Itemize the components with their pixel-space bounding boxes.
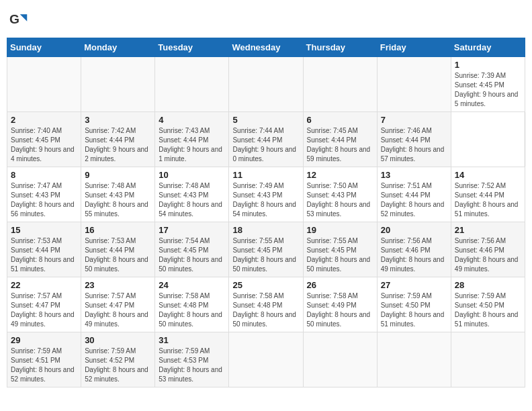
day-number: 1 xyxy=(455,60,521,70)
calendar-day-header: Saturday xyxy=(451,38,525,57)
calendar-cell xyxy=(81,57,155,112)
day-info: Sunrise: 7:55 AMSunset: 4:45 PMDaylight:… xyxy=(232,236,299,274)
day-info: Sunrise: 7:47 AMSunset: 4:43 PMDaylight:… xyxy=(11,181,77,219)
calendar-cell: 14Sunrise: 7:52 AMSunset: 4:44 PMDayligh… xyxy=(451,167,525,222)
calendar-cell: 23Sunrise: 7:57 AMSunset: 4:47 PMDayligh… xyxy=(81,277,155,332)
day-number: 26 xyxy=(307,280,373,290)
day-number: 17 xyxy=(159,225,225,235)
calendar-cell: 29Sunrise: 7:59 AMSunset: 4:51 PMDayligh… xyxy=(7,332,81,387)
calendar-cell: 22Sunrise: 7:57 AMSunset: 4:47 PMDayligh… xyxy=(7,277,81,332)
calendar-table: SundayMondayTuesdayWednesdayThursdayFrid… xyxy=(7,38,525,387)
day-info: Sunrise: 7:52 AMSunset: 4:44 PMDaylight:… xyxy=(455,181,521,219)
calendar-cell: 1Sunrise: 7:39 AMSunset: 4:45 PMDaylight… xyxy=(451,57,525,112)
day-info: Sunrise: 7:49 AMSunset: 4:43 PMDaylight:… xyxy=(232,181,299,219)
calendar-cell: 15Sunrise: 7:53 AMSunset: 4:44 PMDayligh… xyxy=(7,222,81,277)
calendar-cell: 17Sunrise: 7:54 AMSunset: 4:45 PMDayligh… xyxy=(155,222,229,277)
day-info: Sunrise: 7:44 AMSunset: 4:44 PMDaylight:… xyxy=(232,126,299,164)
day-number: 27 xyxy=(381,280,447,290)
calendar-cell: 16Sunrise: 7:53 AMSunset: 4:44 PMDayligh… xyxy=(81,222,155,277)
svg-text:G: G xyxy=(9,12,19,26)
calendar-cell: 28Sunrise: 7:59 AMSunset: 4:50 PMDayligh… xyxy=(451,277,525,332)
day-info: Sunrise: 7:48 AMSunset: 4:43 PMDaylight:… xyxy=(85,181,151,219)
day-number: 4 xyxy=(159,115,225,125)
calendar-cell: 4Sunrise: 7:43 AMSunset: 4:44 PMDaylight… xyxy=(155,112,229,167)
calendar-cell: 31Sunrise: 7:59 AMSunset: 4:53 PMDayligh… xyxy=(155,332,229,387)
calendar-cell: 10Sunrise: 7:48 AMSunset: 4:43 PMDayligh… xyxy=(155,167,229,222)
svg-marker-1 xyxy=(20,14,28,21)
day-number: 9 xyxy=(85,170,151,180)
day-info: Sunrise: 7:59 AMSunset: 4:53 PMDaylight:… xyxy=(159,347,225,384)
calendar-cell xyxy=(303,57,377,112)
day-number: 10 xyxy=(159,170,225,180)
calendar-cell xyxy=(451,332,525,387)
day-info: Sunrise: 7:40 AMSunset: 4:45 PMDaylight:… xyxy=(11,126,77,164)
day-number: 28 xyxy=(455,280,521,290)
calendar-week-row: 29Sunrise: 7:59 AMSunset: 4:51 PMDayligh… xyxy=(7,332,525,387)
calendar-cell: 26Sunrise: 7:58 AMSunset: 4:49 PMDayligh… xyxy=(303,277,377,332)
calendar-cell xyxy=(229,332,303,387)
calendar-cell: 11Sunrise: 7:49 AMSunset: 4:43 PMDayligh… xyxy=(229,167,303,222)
day-info: Sunrise: 7:59 AMSunset: 4:51 PMDaylight:… xyxy=(11,347,77,384)
page-header: G xyxy=(7,7,525,34)
day-number: 31 xyxy=(159,335,225,345)
calendar-cell xyxy=(155,57,229,112)
calendar-cell: 27Sunrise: 7:59 AMSunset: 4:50 PMDayligh… xyxy=(377,277,451,332)
calendar-week-row: 8Sunrise: 7:47 AMSunset: 4:43 PMDaylight… xyxy=(7,167,525,222)
day-number: 25 xyxy=(232,280,299,290)
calendar-day-header: Sunday xyxy=(7,38,81,57)
calendar-cell: 8Sunrise: 7:47 AMSunset: 4:43 PMDaylight… xyxy=(7,167,81,222)
calendar-cell: 20Sunrise: 7:56 AMSunset: 4:46 PMDayligh… xyxy=(377,222,451,277)
calendar-week-row: 1Sunrise: 7:39 AMSunset: 4:45 PMDaylight… xyxy=(7,57,525,112)
day-info: Sunrise: 7:55 AMSunset: 4:45 PMDaylight:… xyxy=(307,236,373,274)
calendar-day-header: Wednesday xyxy=(229,38,303,57)
calendar-cell xyxy=(377,332,451,387)
calendar-cell: 21Sunrise: 7:56 AMSunset: 4:46 PMDayligh… xyxy=(451,222,525,277)
day-info: Sunrise: 7:57 AMSunset: 4:47 PMDaylight:… xyxy=(85,291,151,329)
day-number: 11 xyxy=(232,170,299,180)
day-info: Sunrise: 7:54 AMSunset: 4:45 PMDaylight:… xyxy=(159,236,225,274)
calendar-cell: 2Sunrise: 7:40 AMSunset: 4:45 PMDaylight… xyxy=(7,112,81,167)
calendar-day-header: Tuesday xyxy=(155,38,229,57)
day-info: Sunrise: 7:58 AMSunset: 4:48 PMDaylight:… xyxy=(159,291,225,329)
calendar-day-header: Thursday xyxy=(303,38,377,57)
day-info: Sunrise: 7:57 AMSunset: 4:47 PMDaylight:… xyxy=(11,291,77,329)
calendar-cell xyxy=(229,57,303,112)
calendar-cell: 7Sunrise: 7:46 AMSunset: 4:44 PMDaylight… xyxy=(377,112,451,167)
day-info: Sunrise: 7:48 AMSunset: 4:43 PMDaylight:… xyxy=(159,181,225,219)
day-number: 13 xyxy=(381,170,447,180)
day-number: 29 xyxy=(11,335,77,345)
day-info: Sunrise: 7:53 AMSunset: 4:44 PMDaylight:… xyxy=(85,236,151,274)
calendar-cell: 30Sunrise: 7:59 AMSunset: 4:52 PMDayligh… xyxy=(81,332,155,387)
day-info: Sunrise: 7:56 AMSunset: 4:46 PMDaylight:… xyxy=(455,236,521,274)
day-number: 14 xyxy=(455,170,521,180)
day-info: Sunrise: 7:39 AMSunset: 4:45 PMDaylight:… xyxy=(455,71,521,109)
day-info: Sunrise: 7:58 AMSunset: 4:48 PMDaylight:… xyxy=(232,291,299,329)
calendar-day-header: Monday xyxy=(81,38,155,57)
day-info: Sunrise: 7:59 AMSunset: 4:50 PMDaylight:… xyxy=(381,291,447,329)
calendar-week-row: 22Sunrise: 7:57 AMSunset: 4:47 PMDayligh… xyxy=(7,277,525,332)
day-info: Sunrise: 7:43 AMSunset: 4:44 PMDaylight:… xyxy=(159,126,225,164)
day-info: Sunrise: 7:42 AMSunset: 4:44 PMDaylight:… xyxy=(85,126,151,164)
calendar-cell: 12Sunrise: 7:50 AMSunset: 4:43 PMDayligh… xyxy=(303,167,377,222)
day-info: Sunrise: 7:59 AMSunset: 4:52 PMDaylight:… xyxy=(85,347,151,384)
day-number: 7 xyxy=(381,115,447,125)
calendar-cell: 24Sunrise: 7:58 AMSunset: 4:48 PMDayligh… xyxy=(155,277,229,332)
day-number: 6 xyxy=(307,115,373,125)
day-info: Sunrise: 7:50 AMSunset: 4:43 PMDaylight:… xyxy=(307,181,373,219)
calendar-cell: 9Sunrise: 7:48 AMSunset: 4:43 PMDaylight… xyxy=(81,167,155,222)
calendar-day-header: Friday xyxy=(377,38,451,57)
day-number: 20 xyxy=(381,225,447,235)
day-number: 16 xyxy=(85,225,151,235)
day-info: Sunrise: 7:51 AMSunset: 4:44 PMDaylight:… xyxy=(381,181,447,219)
day-number: 12 xyxy=(307,170,373,180)
calendar-week-row: 15Sunrise: 7:53 AMSunset: 4:44 PMDayligh… xyxy=(7,222,525,277)
day-number: 23 xyxy=(85,280,151,290)
calendar-cell: 5Sunrise: 7:44 AMSunset: 4:44 PMDaylight… xyxy=(229,112,303,167)
day-number: 19 xyxy=(307,225,373,235)
calendar-header-row: SundayMondayTuesdayWednesdayThursdayFrid… xyxy=(7,38,525,57)
day-number: 3 xyxy=(85,115,151,125)
day-number: 22 xyxy=(11,280,77,290)
calendar-cell xyxy=(377,57,451,112)
day-info: Sunrise: 7:58 AMSunset: 4:49 PMDaylight:… xyxy=(307,291,373,329)
calendar-cell: 6Sunrise: 7:45 AMSunset: 4:44 PMDaylight… xyxy=(303,112,377,167)
